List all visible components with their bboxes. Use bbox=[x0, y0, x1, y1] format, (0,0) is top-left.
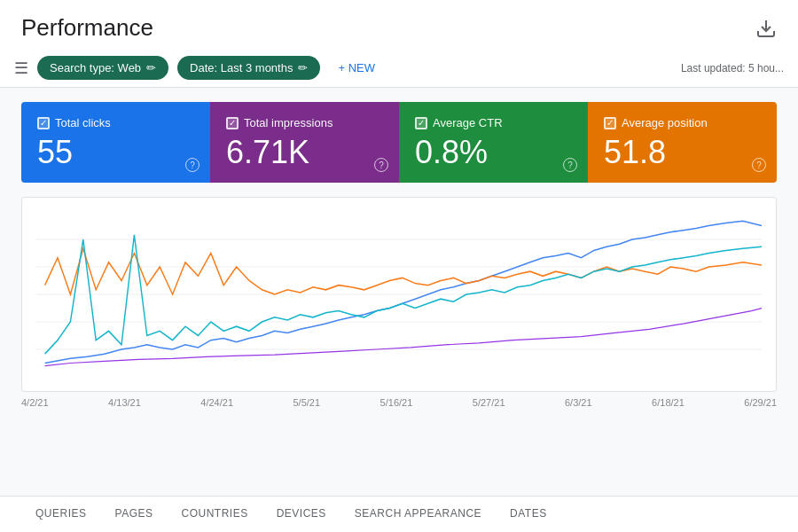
info-icon-impressions[interactable]: ? bbox=[374, 158, 388, 172]
metric-checkbox-position[interactable] bbox=[604, 117, 616, 129]
last-updated-text: Last updated: 5 hou... bbox=[681, 62, 784, 74]
metric-value-clicks: 55 bbox=[37, 137, 194, 168]
metric-checkbox-ctr[interactable] bbox=[415, 117, 427, 129]
metric-average-ctr[interactable]: Average CTR 0.8% ? bbox=[399, 102, 588, 183]
metric-value-ctr: 0.8% bbox=[415, 137, 572, 168]
info-icon-clicks[interactable]: ? bbox=[185, 158, 200, 172]
metric-total-impressions[interactable]: Total impressions 6.71K ? bbox=[210, 102, 399, 183]
metrics-row: Total clicks 55 ? Total impressions 6.71… bbox=[21, 102, 777, 183]
metric-checkbox-impressions[interactable] bbox=[226, 117, 239, 129]
date-filter[interactable]: Date: Last 3 months ✏ bbox=[177, 56, 320, 80]
metric-checkbox-clicks[interactable] bbox=[37, 117, 50, 129]
header-actions bbox=[755, 18, 777, 39]
info-icon-ctr[interactable]: ? bbox=[563, 158, 577, 172]
page-header: Performance bbox=[0, 0, 798, 49]
metric-value-position: 51.8 bbox=[604, 137, 761, 168]
tab-search-appearance[interactable]: SEARCH APPEARANCE bbox=[340, 497, 496, 532]
edit-icon: ✏ bbox=[146, 61, 156, 74]
download-icon[interactable] bbox=[755, 18, 777, 39]
tab-dates[interactable]: DATES bbox=[496, 497, 561, 532]
edit-icon-date: ✏ bbox=[298, 61, 308, 74]
tab-devices[interactable]: DEVICES bbox=[262, 497, 340, 532]
metric-value-impressions: 6.71K bbox=[226, 137, 383, 168]
new-button[interactable]: + NEW bbox=[329, 56, 384, 80]
chart-svg bbox=[36, 212, 762, 377]
toolbar: ☰ Search type: Web ✏ Date: Last 3 months… bbox=[0, 49, 798, 88]
tab-countries[interactable]: COUNTRIES bbox=[167, 497, 262, 532]
x-axis-labels: 4/2/21 4/13/21 4/24/21 5/5/21 5/16/21 5/… bbox=[0, 392, 798, 408]
metric-average-position[interactable]: Average position 51.8 ? bbox=[588, 102, 777, 183]
page-title: Performance bbox=[21, 14, 153, 42]
tabs-row: QUERIES PAGES COUNTRIES DEVICES SEARCH A… bbox=[0, 496, 798, 532]
search-type-filter[interactable]: Search type: Web ✏ bbox=[37, 56, 168, 80]
tab-pages[interactable]: PAGES bbox=[101, 497, 168, 532]
filter-icon[interactable]: ☰ bbox=[14, 59, 28, 78]
metric-total-clicks[interactable]: Total clicks 55 ? bbox=[21, 102, 210, 183]
info-icon-position[interactable]: ? bbox=[752, 158, 766, 172]
performance-chart bbox=[21, 197, 777, 392]
tab-queries[interactable]: QUERIES bbox=[21, 497, 101, 532]
